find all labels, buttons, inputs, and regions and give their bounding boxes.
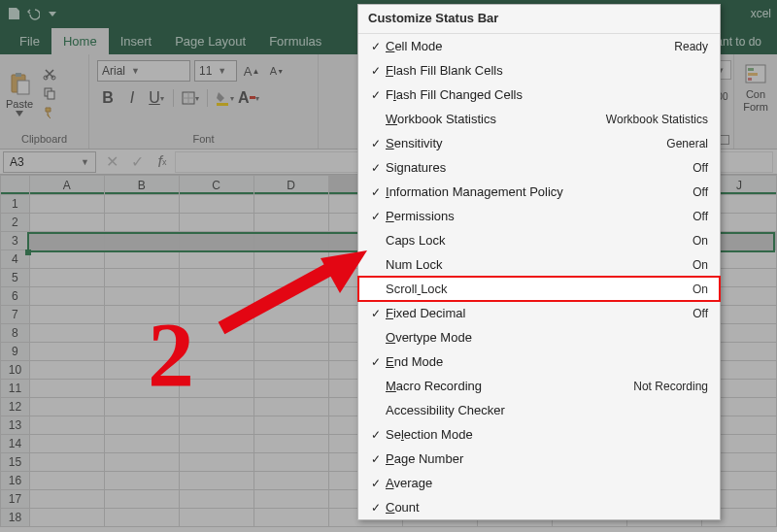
status-bar-option[interactable]: Overtype Mode <box>358 325 720 349</box>
row-header[interactable]: 6 <box>1 287 30 306</box>
cell[interactable] <box>29 232 104 250</box>
tab-insert[interactable]: Insert <box>109 28 164 54</box>
save-icon[interactable] <box>6 6 21 21</box>
row-header[interactable]: 10 <box>1 361 30 380</box>
cell[interactable] <box>253 214 328 232</box>
cell[interactable] <box>29 324 104 343</box>
underline-button[interactable]: U▾ <box>146 87 167 109</box>
row-header[interactable]: 15 <box>1 453 30 472</box>
row-header[interactable]: 3 <box>1 232 30 250</box>
status-bar-option[interactable]: ✓Count <box>358 495 720 519</box>
tab-page-layout[interactable]: Page Layout <box>163 28 257 54</box>
cell[interactable] <box>179 509 253 527</box>
cell[interactable] <box>179 472 253 490</box>
cell[interactable] <box>253 435 328 453</box>
cut-button[interactable] <box>39 65 60 83</box>
tab-file[interactable]: File <box>8 28 51 54</box>
chevron-down-icon[interactable] <box>45 6 60 21</box>
fill-color-button[interactable]: ▾ <box>214 87 235 109</box>
status-bar-option[interactable]: Caps LockOn <box>358 228 720 252</box>
undo-icon[interactable] <box>25 6 41 21</box>
cell[interactable] <box>253 380 328 398</box>
cell[interactable] <box>179 435 253 453</box>
cell[interactable] <box>179 453 253 472</box>
status-bar-option[interactable]: ✓SignaturesOff <box>358 155 720 180</box>
status-bar-option[interactable]: ✓Page Number <box>358 447 720 471</box>
dialog-launcher-icon[interactable] <box>720 135 729 145</box>
cell[interactable] <box>29 214 104 232</box>
cell[interactable] <box>179 232 253 250</box>
font-name-combo[interactable]: Arial▼ <box>97 60 190 82</box>
column-header[interactable]: D <box>253 176 328 195</box>
cell[interactable] <box>29 269 104 287</box>
cell[interactable] <box>29 250 104 269</box>
status-bar-option[interactable]: ✓Information Management PolicyOff <box>358 180 720 204</box>
cell[interactable] <box>179 416 253 435</box>
cell[interactable] <box>29 287 104 306</box>
cell[interactable] <box>253 398 328 416</box>
cell[interactable] <box>253 232 328 250</box>
cell[interactable] <box>104 472 179 490</box>
cell[interactable] <box>29 416 104 435</box>
status-bar-option[interactable]: Scroll LockOn <box>358 277 720 301</box>
cell[interactable] <box>29 380 104 398</box>
row-header[interactable]: 12 <box>1 398 30 416</box>
status-bar-option[interactable]: ✓PermissionsOff <box>358 204 720 228</box>
cell[interactable] <box>104 195 179 214</box>
cell[interactable] <box>29 509 104 527</box>
cell[interactable] <box>179 214 253 232</box>
status-bar-option[interactable]: Accessibility Checker <box>358 398 720 422</box>
cell[interactable] <box>104 509 179 527</box>
status-bar-option[interactable]: ✓Flash Fill Blank Cells <box>358 58 720 83</box>
cell[interactable] <box>104 490 179 509</box>
selection-handle[interactable] <box>25 249 31 255</box>
name-box[interactable]: A3▼ <box>3 151 96 173</box>
row-header[interactable]: 14 <box>1 435 30 453</box>
status-bar-option[interactable]: ✓Average <box>358 471 720 495</box>
tab-home[interactable]: Home <box>51 28 109 54</box>
cell[interactable] <box>29 398 104 416</box>
conditional-formatting-button[interactable]: Con Form <box>742 60 769 113</box>
cell[interactable] <box>29 453 104 472</box>
status-bar-option[interactable]: ✓SensitivityGeneral <box>358 131 720 155</box>
status-bar-option[interactable]: Num LockOn <box>358 252 720 277</box>
cell[interactable] <box>104 232 179 250</box>
cell[interactable] <box>104 416 179 435</box>
cell[interactable] <box>104 214 179 232</box>
cell[interactable] <box>29 490 104 509</box>
row-header[interactable]: 9 <box>1 343 30 361</box>
row-header[interactable]: 2 <box>1 214 30 232</box>
font-color-button[interactable]: A▾ <box>238 87 259 109</box>
fx-icon[interactable]: fx <box>150 151 175 173</box>
copy-button[interactable] <box>39 84 60 102</box>
bold-button[interactable]: B <box>97 87 118 109</box>
cell[interactable] <box>253 472 328 490</box>
cell[interactable] <box>104 269 179 287</box>
font-size-combo[interactable]: 11▼ <box>194 60 237 82</box>
row-header[interactable]: 17 <box>1 490 30 509</box>
status-bar-option[interactable]: ✓Flash Fill Changed Cells <box>358 83 720 107</box>
row-header[interactable]: 8 <box>1 324 30 343</box>
row-header[interactable]: 18 <box>1 509 30 527</box>
grow-font-button[interactable]: A▲ <box>241 60 262 82</box>
status-bar-option[interactable]: Workbook StatisticsWorkbook Statistics <box>358 107 720 131</box>
enter-icon[interactable]: ✓ <box>124 151 150 173</box>
cell[interactable] <box>29 343 104 361</box>
cell[interactable] <box>29 306 104 324</box>
cancel-icon[interactable]: ✕ <box>99 151 124 173</box>
status-bar-option[interactable]: ✓Cell ModeReady <box>358 34 720 58</box>
cell[interactable] <box>253 361 328 380</box>
cell[interactable] <box>104 250 179 269</box>
borders-button[interactable]: ▾ <box>180 87 201 109</box>
status-bar-option[interactable]: ✓End Mode <box>358 349 720 374</box>
cell[interactable] <box>253 416 328 435</box>
cell[interactable] <box>253 509 328 527</box>
status-bar-option[interactable]: ✓Fixed DecimalOff <box>358 301 720 325</box>
cell[interactable] <box>104 435 179 453</box>
cell[interactable] <box>104 453 179 472</box>
row-header[interactable]: 13 <box>1 416 30 435</box>
cell[interactable] <box>29 361 104 380</box>
cell[interactable] <box>253 195 328 214</box>
cell[interactable] <box>179 490 253 509</box>
tab-formulas[interactable]: Formulas <box>257 28 333 54</box>
